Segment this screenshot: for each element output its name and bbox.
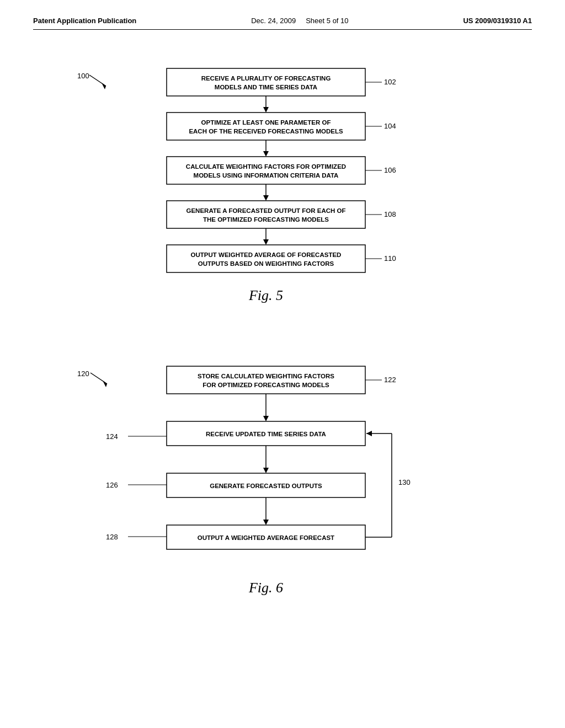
header-sheet: Sheet 5 of 10 xyxy=(306,17,348,25)
fig6-label: Fig. 6 xyxy=(248,580,283,596)
box-126-text: GENERATE FORECASTED OUTPUTS xyxy=(210,483,322,489)
box-104 xyxy=(167,113,365,140)
box-104-text-line1: OPTIMIZE AT LEAST ONE PARAMETER OF xyxy=(201,119,331,126)
figure-5-svg: 100 RECEIVE A PLURALITY OF FORECASTING M… xyxy=(56,52,509,322)
ref-108-label: 108 xyxy=(384,210,396,218)
box-104-text-line2: EACH OF THE RECEIVED FORECASTING MODELS xyxy=(189,128,343,135)
box-122 xyxy=(167,366,365,394)
box-106-text-line2: MODELS USING INFORMATION CRITERIA DATA xyxy=(194,172,339,179)
ref-126-label: 126 xyxy=(106,481,118,489)
box-124-text: RECEIVE UPDATED TIME SERIES DATA xyxy=(206,431,326,437)
ref-124-label: 124 xyxy=(106,432,118,441)
arrow-124-126-head xyxy=(263,468,269,473)
ref-102-label: 102 xyxy=(384,78,396,86)
box-108-text-line2: THE OPTIMIZED FORECASTING MODELS xyxy=(203,216,329,223)
box-128-text: OUTPUT A WEIGHTED AVERAGE FORECAST xyxy=(198,534,334,541)
box-106-text-line1: CALCULATE WEIGHTING FACTORS FOR OPTIMIZE… xyxy=(186,163,346,170)
ref-122-label: 122 xyxy=(384,376,396,384)
arrow-108-110-head xyxy=(263,239,269,245)
header-center: Dec. 24, 2009 Sheet 5 of 10 xyxy=(251,17,348,25)
box-102-text-line1: RECEIVE A PLURALITY OF FORECASTING xyxy=(201,75,331,82)
ref-100-arrowhead xyxy=(102,83,106,89)
ref-130-label: 130 xyxy=(398,478,411,486)
header-left: Patent Application Publication xyxy=(33,17,136,25)
arrow-126-128-head xyxy=(263,520,269,525)
box-122-text-line1: STORE CALCULATED WEIGHTING FACTORS xyxy=(198,373,334,379)
box-102 xyxy=(167,68,365,96)
ref-104-label: 104 xyxy=(384,122,396,130)
box-102-text-line2: MODELS AND TIME SERIES DATA xyxy=(215,84,317,90)
ref-120-label: 120 xyxy=(77,370,89,378)
header-date: Dec. 24, 2009 xyxy=(251,17,296,25)
figure-5-section: 100 RECEIVE A PLURALITY OF FORECASTING M… xyxy=(33,52,532,322)
header-right: US 2009/0319310 A1 xyxy=(463,17,532,25)
arrow-104-106-head xyxy=(263,151,269,157)
arrow-130-head xyxy=(366,431,372,436)
page-header: Patent Application Publication Dec. 24, … xyxy=(33,17,532,30)
box-106 xyxy=(167,157,365,184)
figure-6-svg: 120 STORE CALCULATED WEIGHTING FACTORS F… xyxy=(56,350,509,636)
arrow-122-124-head xyxy=(263,416,269,421)
box-108 xyxy=(167,201,365,228)
arrow-102-104-head xyxy=(263,107,269,113)
box-110 xyxy=(167,245,365,272)
ref-110-label: 110 xyxy=(384,254,396,263)
box-108-text-line1: GENERATE A FORECASTED OUTPUT FOR EACH OF xyxy=(186,207,346,214)
ref-128-label: 128 xyxy=(106,533,118,541)
box-122-text-line2: FOR OPTIMIZED FORECASTING MODELS xyxy=(202,382,329,388)
arrow-106-108-head xyxy=(263,195,269,201)
box-110-text-line1: OUTPUT WEIGHTED AVERAGE OF FORECASTED xyxy=(191,251,342,258)
box-110-text-line2: OUTPUTS BASED ON WEIGHTING FACTORS xyxy=(198,260,334,267)
fig5-label: Fig. 5 xyxy=(248,287,283,303)
ref-100-label: 100 xyxy=(77,72,89,80)
ref-106-label: 106 xyxy=(384,166,396,174)
figure-6-section: 120 STORE CALCULATED WEIGHTING FACTORS F… xyxy=(33,350,532,636)
page: Patent Application Publication Dec. 24, … xyxy=(0,0,565,728)
ref-120-arrowhead xyxy=(103,381,107,387)
